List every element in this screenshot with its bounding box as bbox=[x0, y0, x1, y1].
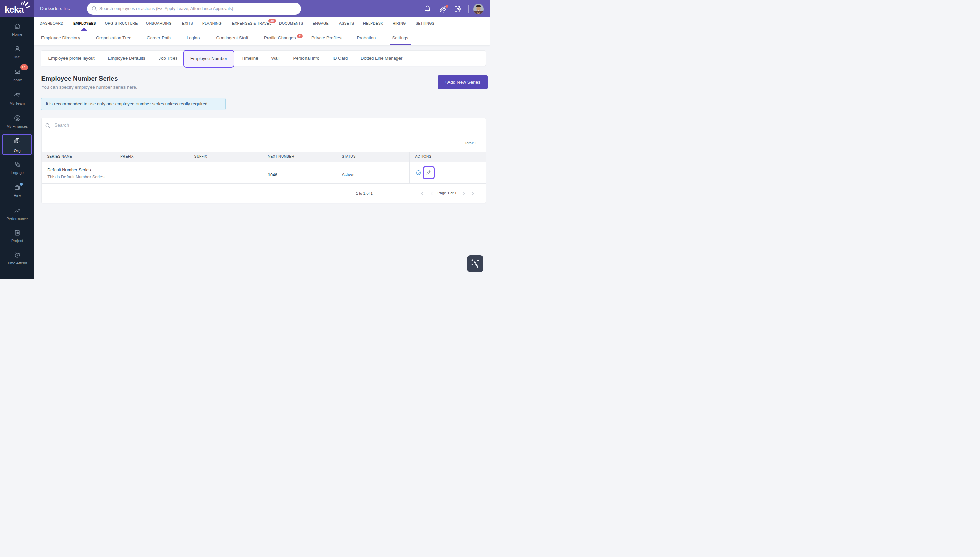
svg-text:keka: keka bbox=[5, 5, 24, 15]
